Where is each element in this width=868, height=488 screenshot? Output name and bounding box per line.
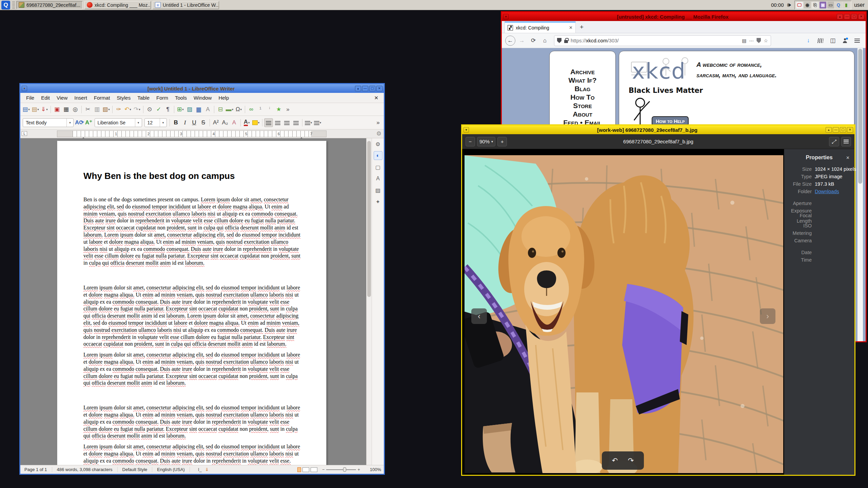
sidebar-page-icon[interactable]: ▢	[374, 163, 382, 171]
properties-close-icon[interactable]: ✕	[846, 155, 850, 160]
sidebar-settings-icon[interactable]: ⚙	[376, 130, 381, 137]
xkcd-nav-link[interactable]: What If?	[550, 76, 615, 84]
xkcd-logo[interactable]: xkcd	[629, 56, 693, 86]
pocket-icon[interactable]	[756, 38, 761, 43]
insert-chart-button[interactable]: ▆	[194, 105, 203, 114]
document-close-icon[interactable]: ✕	[371, 95, 381, 101]
page-actions-icon[interactable]: ⋯	[749, 38, 754, 43]
sidebar-navigator-icon[interactable]: ✦	[374, 197, 382, 206]
align-left-button[interactable]	[264, 118, 273, 127]
menu-item[interactable]: Form	[153, 94, 171, 102]
sep[interactable]	[173, 105, 176, 114]
export-pdf-button[interactable]: ▣	[53, 105, 61, 114]
firefox-scrollbar[interactable]	[857, 48, 863, 341]
dropdown-arrow-icon[interactable]: ▾	[28, 108, 30, 111]
superscript-button[interactable]: A²	[212, 118, 220, 127]
dropdown-arrow-icon[interactable]: ▾	[240, 108, 242, 111]
shade-button[interactable]: ▴	[355, 86, 361, 91]
sidebar-toggle-icon[interactable]: ◫	[828, 36, 838, 46]
align-center-button[interactable]	[273, 118, 282, 127]
update-style-button[interactable]: A⟳	[75, 118, 84, 127]
overflow-button[interactable]: »	[283, 105, 292, 114]
text-language[interactable]: English (USA)	[152, 467, 190, 472]
rotate-right-button[interactable]: ↷	[628, 456, 634, 465]
previous-image-button[interactable]: ‹	[471, 308, 487, 324]
dropdown-arrow-icon[interactable]: ▾	[182, 108, 184, 111]
zoom-out-icon[interactable]: −	[321, 467, 326, 472]
print-button[interactable]: ▦	[62, 105, 71, 114]
formatting-marks-button[interactable]: ¶	[163, 105, 172, 114]
menu-item[interactable]: Insert	[71, 94, 90, 102]
close-button[interactable]: ✕	[847, 127, 853, 133]
rotate-left-button[interactable]: ↶	[612, 456, 618, 465]
strikethrough-button[interactable]: S	[199, 118, 208, 127]
menu-hamburger-icon[interactable]	[852, 36, 862, 46]
sep[interactable]	[208, 118, 211, 127]
battery-icon[interactable]: ▮	[843, 2, 850, 8]
dropdown-arrow-icon[interactable]: ▾	[108, 108, 110, 111]
chevron-down-icon[interactable]: ▾	[160, 119, 166, 127]
shade-button[interactable]: ▴	[837, 14, 843, 19]
sep[interactable]	[239, 118, 242, 127]
clipboard-icon[interactable]: ⎘	[812, 2, 818, 8]
qubes-launcher-button[interactable]: Q	[1, 1, 10, 9]
dropdown-arrow-icon[interactable]: ▾	[46, 108, 48, 111]
xkcd-nav-link[interactable]: How To	[550, 93, 615, 101]
sep[interactable]	[142, 105, 145, 114]
menu-item[interactable]: Edit	[38, 94, 53, 102]
account-icon[interactable]	[840, 36, 850, 46]
zoom-in-button[interactable]: +	[497, 137, 507, 146]
insert-field-button[interactable]: ▬ ▾	[225, 105, 234, 114]
sep[interactable]	[243, 105, 246, 114]
writer-titlebar[interactable]: ▾ [work] Untitled 1 - LibreOffice Writer…	[20, 84, 384, 93]
bullet-list-button[interactable]: ▾	[304, 118, 313, 127]
new-tab-button[interactable]: +	[576, 23, 588, 31]
subscript-button[interactable]: A₂	[221, 118, 230, 127]
lock-icon[interactable]	[564, 40, 568, 43]
paragraph-style-select[interactable]: Text Body ▾	[23, 118, 74, 127]
minimize-button[interactable]: —	[833, 127, 839, 133]
next-image-button[interactable]: ›	[760, 308, 775, 324]
font-color-button[interactable]: A▾	[242, 118, 251, 127]
minimize-button[interactable]: —	[362, 86, 368, 91]
home-button[interactable]: ⌂	[540, 36, 550, 46]
menu-item[interactable]: Format	[91, 94, 113, 102]
undo-button[interactable]: ↶ ▾	[123, 105, 132, 114]
menu-item[interactable]: View	[54, 94, 71, 102]
writer-scrollbar[interactable]	[366, 138, 372, 465]
forward-button[interactable]: →	[517, 36, 527, 46]
italic-button[interactable]: I	[181, 118, 190, 127]
back-button[interactable]: ←	[505, 36, 515, 46]
insert-endnote-button[interactable]: ⁱ	[265, 105, 274, 114]
close-button[interactable]: ✕	[376, 86, 382, 91]
sidebar-settings-icon[interactable]: ⚙	[374, 140, 382, 148]
document-area[interactable]: Why Ben is the best dog on campus Ben is…	[20, 138, 366, 465]
menu-hamburger-icon[interactable]	[841, 137, 851, 146]
maximize-button[interactable]: ▢	[851, 14, 857, 19]
url-text[interactable]: https://xkcd.com/303/	[571, 38, 739, 43]
book-view-icon[interactable]	[311, 467, 317, 472]
highlight-color-button[interactable]: ▾	[252, 118, 260, 127]
disk-icon[interactable]: ▭	[827, 2, 834, 8]
single-page-view-icon[interactable]	[297, 467, 301, 472]
new-document-button[interactable]: ▤ ▾	[22, 105, 31, 114]
multi-page-view-icon[interactable]	[302, 467, 309, 472]
numbered-list-button[interactable]: ▾	[313, 118, 322, 127]
sidebar-styles-icon[interactable]: A	[374, 174, 382, 183]
save-button[interactable]: ⇓ ▾	[40, 105, 49, 114]
copy-button[interactable]: ▥	[93, 105, 101, 114]
tab-close-icon[interactable]: ✕	[569, 25, 573, 30]
sep[interactable]	[213, 105, 216, 114]
maximize-button[interactable]: ▢	[369, 86, 375, 91]
word-count[interactable]: 486 words, 3,098 characters	[52, 467, 118, 472]
menu-item[interactable]: File	[23, 94, 37, 102]
document-page[interactable]: Why Ben is the best dog on campus Ben is…	[57, 141, 327, 465]
new-style-button[interactable]: A⁺	[84, 118, 93, 127]
network-icon[interactable]: 🖵	[796, 2, 803, 8]
xkcd-nav-link[interactable]: About	[550, 110, 615, 118]
print-preview-button[interactable]: ◎	[71, 105, 80, 114]
taskbar-window-button[interactable]: xkcd: Compiling ___ Moz...	[84, 1, 151, 9]
photo-zone[interactable]: ‹ › ↶ ↷	[462, 149, 784, 475]
font-name-select[interactable]: Liberation Se ▾	[95, 118, 142, 127]
zoom-percent[interactable]: 100%	[365, 467, 381, 472]
